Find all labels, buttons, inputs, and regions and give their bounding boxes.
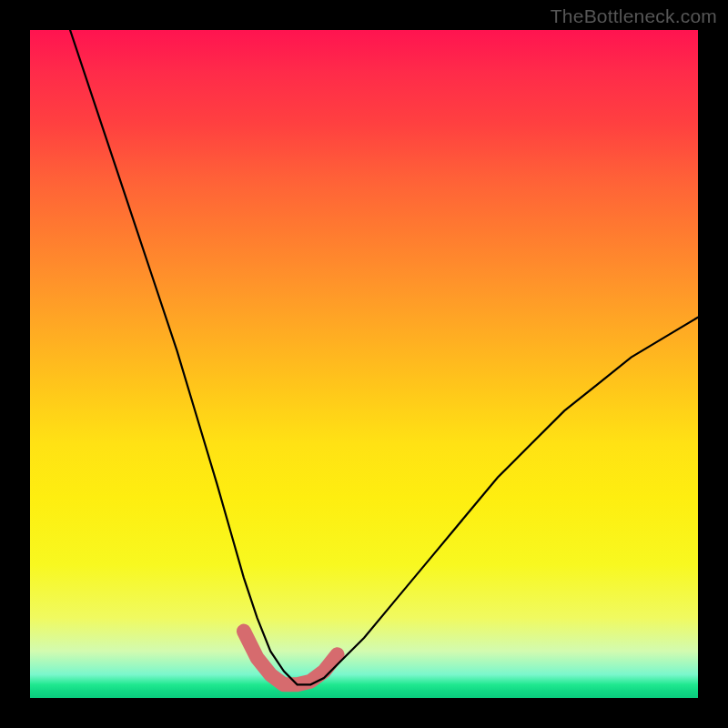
chart-frame: TheBottleneck.com bbox=[0, 0, 728, 728]
curve-layer bbox=[30, 30, 698, 698]
watermark-text: TheBottleneck.com bbox=[551, 5, 717, 27]
bottleneck-curve bbox=[70, 30, 698, 684]
